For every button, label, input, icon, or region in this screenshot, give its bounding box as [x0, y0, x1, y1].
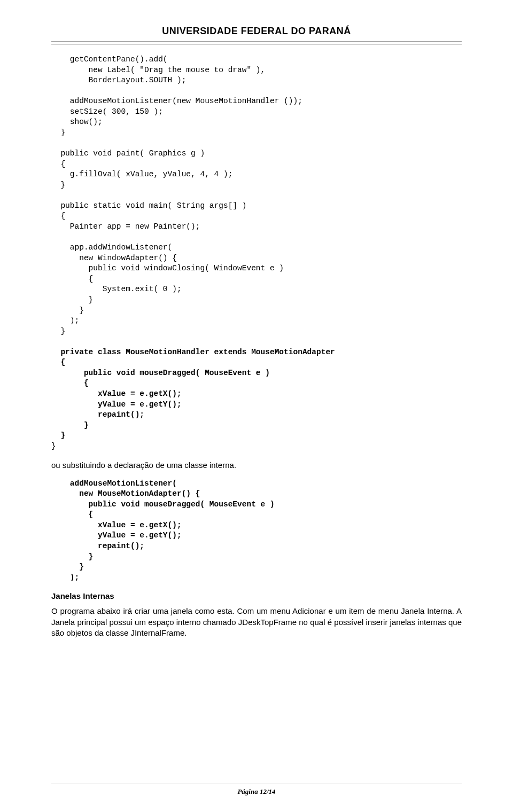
- code-line: }: [51, 442, 56, 450]
- code-line: {: [51, 379, 89, 387]
- code-line: );: [51, 573, 79, 582]
- code-line: getContentPane().add(: [51, 55, 168, 64]
- code-line: app.addWindowListener(: [51, 243, 172, 252]
- code-line: g.fillOval( xValue, yValue, 4, 4 );: [51, 170, 232, 178]
- horizontal-rule: [51, 41, 462, 45]
- code-block-1: getContentPane().add( new Label( "Drag t…: [51, 54, 462, 451]
- code-line: addMouseMotionListener(new MouseMotionHa…: [51, 97, 302, 105]
- code-line: public void paint( Graphics g ): [51, 149, 205, 158]
- page-footer: Página 12/14: [0, 784, 513, 796]
- code-block-2: addMouseMotionListener( new MouseMotionA…: [51, 479, 462, 583]
- paragraph: O programa abaixo irá criar uma janela c…: [51, 606, 462, 638]
- code-line: private class MouseMotionHandler extends…: [51, 348, 335, 356]
- code-line: new MouseMotionAdapter() {: [51, 489, 200, 498]
- code-line: show();: [51, 118, 103, 126]
- page-title: UNIVERSIDADE FEDERAL DO PARANÁ: [51, 26, 462, 37]
- code-line: yValue = e.getY();: [51, 531, 182, 540]
- code-line: public void mouseDragged( MouseEvent e ): [51, 369, 270, 377]
- code-line: Painter app = new Painter();: [51, 222, 200, 231]
- code-line: }: [51, 431, 65, 440]
- code-line: {: [51, 212, 65, 220]
- code-line: public void windowClosing( WindowEvent e…: [51, 264, 284, 272]
- code-line: }: [51, 128, 65, 137]
- code-line: {: [51, 275, 93, 283]
- code-line: }: [51, 552, 93, 561]
- code-line: public static void main( String args[] ): [51, 201, 246, 210]
- code-line: {: [51, 510, 93, 519]
- code-line: public void mouseDragged( MouseEvent e ): [51, 500, 275, 509]
- code-line: );: [51, 316, 79, 325]
- code-line: setSize( 300, 150 );: [51, 107, 163, 116]
- code-line: new WindowAdapter() {: [51, 254, 177, 262]
- code-line: }: [51, 295, 93, 304]
- code-line: }: [51, 563, 84, 571]
- code-line: BorderLayout.SOUTH );: [51, 76, 186, 84]
- code-line: xValue = e.getX();: [51, 389, 182, 398]
- code-line: }: [51, 306, 84, 315]
- code-line: {: [51, 358, 65, 366]
- code-line: repaint();: [51, 410, 144, 419]
- code-line: yValue = e.getY();: [51, 400, 182, 409]
- code-line: addMouseMotionListener(: [51, 479, 177, 488]
- paragraph: ou substituindo a declaração de uma clas…: [51, 460, 462, 471]
- code-line: new Label( "Drag the mouse to draw" ),: [51, 66, 265, 74]
- page: UNIVERSIDADE FEDERAL DO PARANÁ getConten…: [0, 0, 513, 812]
- code-line: System.exit( 0 );: [51, 285, 182, 293]
- horizontal-rule: [51, 784, 462, 784]
- code-line: }: [51, 421, 89, 430]
- code-line: repaint();: [51, 542, 144, 550]
- code-line: }: [51, 327, 65, 335]
- section-heading: Janelas Internas: [51, 591, 462, 600]
- code-line: {: [51, 160, 65, 168]
- page-number: Página 12/14: [237, 787, 275, 795]
- code-line: xValue = e.getX();: [51, 521, 182, 529]
- code-line: }: [51, 181, 65, 189]
